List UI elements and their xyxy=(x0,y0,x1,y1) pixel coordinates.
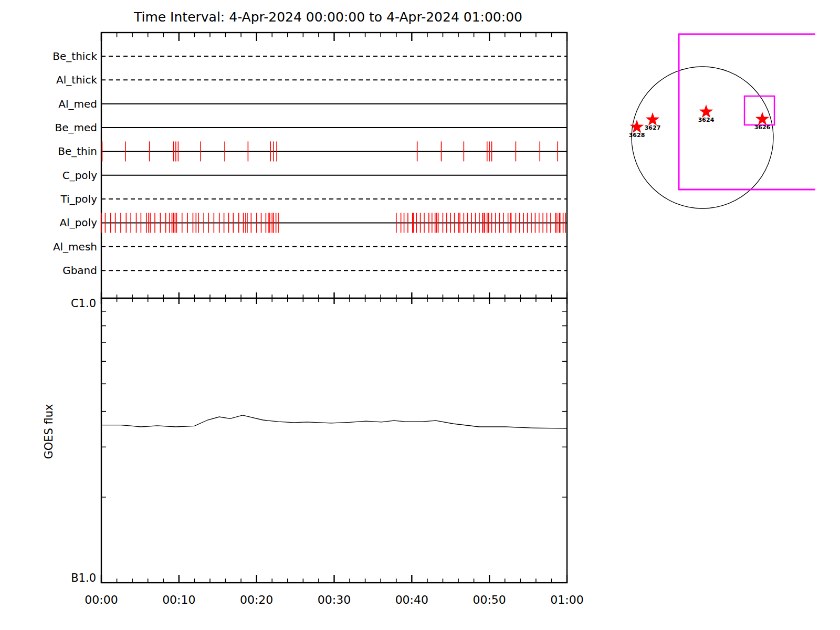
active-region-label-3627: 3627 xyxy=(645,124,661,131)
xrt-observation-plan-figure: Time Interval: 4-Apr-2024 00:00:00 to 4-… xyxy=(0,0,840,630)
solar-limb-circle xyxy=(632,67,773,208)
goes-flux-curve xyxy=(101,415,567,428)
plot-title: Time Interval: 4-Apr-2024 00:00:00 to 4-… xyxy=(133,9,522,25)
goes-panel-border xyxy=(101,298,567,583)
filter-row-label-C_poly: C_poly xyxy=(62,169,97,182)
x-tick-label: 00:10 xyxy=(162,593,195,606)
filter-row-label-Be_thin: Be_thin xyxy=(58,145,97,158)
filter-row-label-Be_med: Be_med xyxy=(55,121,97,134)
goes-flux-panel: 00:0000:1000:2000:3000:4000:5001:00 xyxy=(85,298,583,606)
x-tick-label: 00:50 xyxy=(472,593,506,606)
goes-y-top-label: C1.0 xyxy=(71,297,96,310)
fov-box-large-fov xyxy=(679,34,815,190)
active-region-label-3628: 3628 xyxy=(629,132,645,139)
active-region-star-3624 xyxy=(699,104,713,118)
filter-row-label-Gband: Gband xyxy=(62,264,97,277)
x-tick-label: 00:30 xyxy=(318,593,351,606)
active-region-star-3627 xyxy=(646,112,660,125)
solar-disk-map: 3628362736243626 xyxy=(629,34,815,208)
filter-row-label-Al_thick: Al_thick xyxy=(56,74,97,86)
filter-row-label-Ti_poly: Ti_poly xyxy=(60,193,98,205)
x-tick-label: 00:40 xyxy=(395,593,428,606)
x-tick-label: 00:20 xyxy=(240,593,273,606)
filter-panel-border xyxy=(101,33,567,298)
active-region-label-3624: 3624 xyxy=(698,117,715,123)
filter-row-label-Al_mesh: Al_mesh xyxy=(53,240,97,253)
x-tick-label: 01:00 xyxy=(550,593,583,606)
goes-y-axis-title: GOES flux xyxy=(43,404,55,459)
x-tick-label: 00:00 xyxy=(85,593,118,606)
active-region-label-3626: 3626 xyxy=(754,124,771,131)
active-region-star-3626 xyxy=(755,112,770,125)
filter-timeline-panel: Be_thickAl_thickAl_medBe_medBe_thinC_pol… xyxy=(52,33,567,583)
plot-canvas: Time Interval: 4-Apr-2024 00:00:00 to 4-… xyxy=(0,0,840,630)
filter-row-label-Al_poly: Al_poly xyxy=(59,216,97,229)
filter-row-label-Al_med: Al_med xyxy=(58,98,97,110)
filter-row-label-Be_thick: Be_thick xyxy=(52,50,97,62)
goes-y-bottom-label: B1.0 xyxy=(71,572,96,584)
